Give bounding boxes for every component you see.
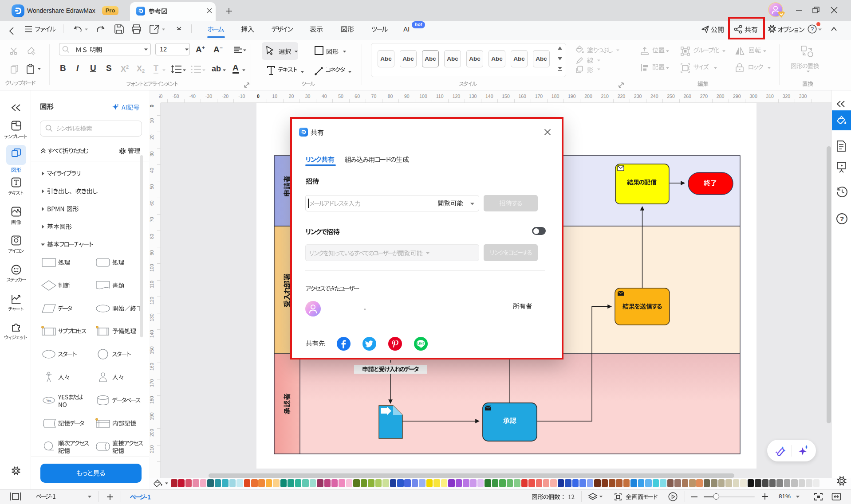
svg-text:?: ? [811, 26, 814, 32]
svg-text:Yes: Yes [46, 399, 51, 402]
svg-text:?: ? [840, 215, 844, 223]
